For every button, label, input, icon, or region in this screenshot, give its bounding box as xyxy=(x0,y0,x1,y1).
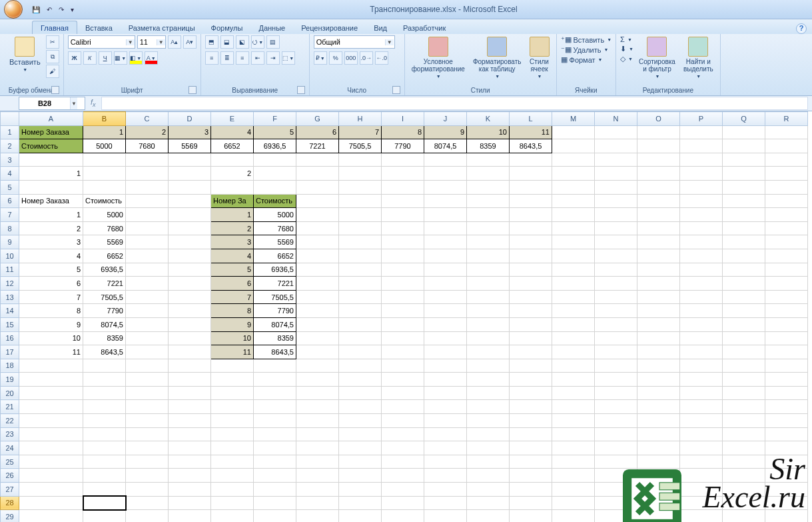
cell-I14[interactable] xyxy=(382,304,424,318)
cell-J4[interactable] xyxy=(424,167,467,181)
cell-I25[interactable] xyxy=(382,455,424,469)
cell-G26[interactable] xyxy=(296,469,339,483)
cell-H29[interactable] xyxy=(339,510,382,522)
cell-P4[interactable] xyxy=(680,167,723,181)
cell-B23[interactable] xyxy=(83,427,126,441)
cell-A15[interactable]: 9 xyxy=(19,317,83,331)
cell-O23[interactable] xyxy=(637,427,680,441)
cut-button[interactable]: ✂ xyxy=(46,35,59,49)
row-header-5[interactable]: 5 xyxy=(1,180,19,194)
cell-Q18[interactable] xyxy=(723,359,765,373)
cell-G13[interactable] xyxy=(296,290,339,304)
cell-H22[interactable] xyxy=(339,414,382,428)
col-header-P[interactable]: P xyxy=(680,112,723,126)
cell-N10[interactable] xyxy=(595,249,637,263)
cell-A1[interactable]: Номер Заказа xyxy=(19,125,83,139)
tab-review[interactable]: Рецензирование xyxy=(293,21,366,34)
cell-E4[interactable]: 2 xyxy=(211,167,254,181)
cell-D17[interactable] xyxy=(169,345,211,359)
grow-font-button[interactable]: A▴ xyxy=(168,35,181,49)
cell-J26[interactable] xyxy=(424,469,467,483)
cell-F2[interactable]: 6936,5 xyxy=(254,139,296,153)
cell-A29[interactable] xyxy=(19,510,83,522)
cell-Q4[interactable] xyxy=(723,167,765,181)
cell-E17[interactable]: 11 xyxy=(211,345,254,359)
cell-H11[interactable] xyxy=(339,263,382,277)
cell-H16[interactable] xyxy=(339,331,382,345)
cell-A2[interactable]: Стоимость xyxy=(19,139,83,153)
cell-O11[interactable] xyxy=(637,263,680,277)
decrease-decimal-button[interactable]: ←.0 xyxy=(375,51,388,65)
cell-K28[interactable] xyxy=(467,496,510,510)
cell-K21[interactable] xyxy=(467,400,510,414)
col-header-G[interactable]: G xyxy=(296,112,339,126)
cell-J21[interactable] xyxy=(424,400,467,414)
tab-page-layout[interactable]: Разметка страницы xyxy=(121,21,203,34)
cell-L20[interactable] xyxy=(510,386,552,400)
cell-N3[interactable] xyxy=(595,153,637,167)
cell-L9[interactable] xyxy=(510,235,552,249)
cell-G21[interactable] xyxy=(296,400,339,414)
cell-C11[interactable] xyxy=(126,263,169,277)
col-header-Q[interactable]: Q xyxy=(723,112,765,126)
cell-K22[interactable] xyxy=(467,414,510,428)
qat-more[interactable]: ▾ xyxy=(69,6,75,13)
cell-L22[interactable] xyxy=(510,414,552,428)
format-painter-button[interactable]: 🖌 xyxy=(46,65,59,78)
cell-J3[interactable] xyxy=(424,153,467,167)
cell-I11[interactable] xyxy=(382,263,424,277)
cell-N17[interactable] xyxy=(595,345,637,359)
cell-D1[interactable]: 3 xyxy=(169,125,211,139)
cell-C23[interactable] xyxy=(126,427,169,441)
cell-R6[interactable] xyxy=(765,194,808,208)
cell-L4[interactable] xyxy=(510,167,552,181)
cell-L13[interactable] xyxy=(510,290,552,304)
cell-Q23[interactable] xyxy=(723,427,765,441)
cell-K7[interactable] xyxy=(467,208,510,222)
cell-I19[interactable] xyxy=(382,373,424,387)
number-launcher[interactable] xyxy=(392,86,400,94)
cell-M14[interactable] xyxy=(552,304,595,318)
cell-Q20[interactable] xyxy=(723,386,765,400)
cell-G11[interactable] xyxy=(296,263,339,277)
cell-B24[interactable] xyxy=(83,441,126,455)
cell-P9[interactable] xyxy=(680,235,723,249)
cell-R16[interactable] xyxy=(765,331,808,345)
cell-L26[interactable] xyxy=(510,469,552,483)
cell-N7[interactable] xyxy=(595,208,637,222)
delete-cells-button[interactable]: ⁻▦ Удалить▼ xyxy=(561,45,609,54)
cell-P15[interactable] xyxy=(680,317,723,331)
cell-A8[interactable]: 2 xyxy=(19,221,83,235)
cell-K26[interactable] xyxy=(467,469,510,483)
cell-G5[interactable] xyxy=(296,180,339,194)
cell-B12[interactable]: 7221 xyxy=(83,277,126,291)
cell-P1[interactable] xyxy=(680,125,723,139)
cell-F18[interactable] xyxy=(254,359,296,373)
find-select-button[interactable]: Найти и выделить▼ xyxy=(681,35,716,80)
cell-J29[interactable] xyxy=(424,510,467,522)
cell-F13[interactable]: 7505,5 xyxy=(254,290,296,304)
cell-B22[interactable] xyxy=(83,414,126,428)
cell-F19[interactable] xyxy=(254,373,296,387)
cell-E12[interactable]: 6 xyxy=(211,277,254,291)
cell-P12[interactable] xyxy=(680,277,723,291)
row-header-3[interactable]: 3 xyxy=(1,153,19,167)
cell-F21[interactable] xyxy=(254,400,296,414)
cell-Q12[interactable] xyxy=(723,277,765,291)
cell-J15[interactable] xyxy=(424,317,467,331)
cell-A27[interactable] xyxy=(19,483,83,497)
cell-M6[interactable] xyxy=(552,194,595,208)
cell-P18[interactable] xyxy=(680,359,723,373)
cell-H1[interactable]: 7 xyxy=(339,125,382,139)
conditional-formatting-button[interactable]: Условное форматирование▼ xyxy=(409,35,468,80)
cell-E21[interactable] xyxy=(211,400,254,414)
cell-J23[interactable] xyxy=(424,427,467,441)
cell-R17[interactable] xyxy=(765,345,808,359)
cell-D21[interactable] xyxy=(169,400,211,414)
cell-N13[interactable] xyxy=(595,290,637,304)
cell-L27[interactable] xyxy=(510,483,552,497)
cell-A20[interactable] xyxy=(19,386,83,400)
row-header-25[interactable]: 25 xyxy=(1,455,19,469)
cell-G7[interactable] xyxy=(296,208,339,222)
cell-A24[interactable] xyxy=(19,441,83,455)
